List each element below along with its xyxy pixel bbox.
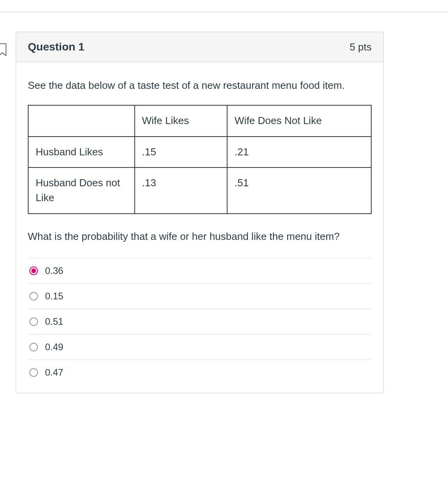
table-cell: .51 (227, 167, 371, 213)
question-text: What is the probability that a wife or h… (28, 229, 372, 244)
radio-icon[interactable] (29, 266, 38, 275)
table-row: Husband Does not Like .13 .51 (28, 167, 371, 213)
question-points: 5 pts (350, 41, 372, 53)
question-body: See the data below of a taste test of a … (16, 62, 383, 393)
question-header: Question 1 5 pts (16, 32, 383, 62)
option-label: 0.15 (45, 291, 63, 302)
option-row[interactable]: 0.51 (28, 309, 372, 334)
option-row[interactable]: 0.15 (28, 283, 372, 309)
radio-icon[interactable] (29, 292, 38, 301)
table-row: Husband Likes .15 .21 (28, 137, 371, 168)
bookmark-icon[interactable] (0, 42, 8, 58)
table-header-row: Wife Likes Wife Does Not Like (28, 105, 371, 137)
table-cell: .15 (135, 137, 228, 168)
question-card: Question 1 5 pts See the data below of a… (16, 32, 384, 393)
radio-icon[interactable] (29, 343, 38, 351)
radio-icon[interactable] (29, 368, 38, 377)
table-cell: .13 (135, 167, 228, 213)
option-row[interactable]: 0.47 (28, 360, 372, 385)
option-label: 0.36 (45, 265, 63, 276)
option-label: 0.49 (45, 342, 63, 353)
option-label: 0.47 (45, 367, 63, 378)
table-header-cell: Wife Likes (135, 105, 228, 137)
table-cell: .21 (227, 137, 371, 168)
data-table: Wife Likes Wife Does Not Like Husband Li… (28, 105, 372, 214)
table-cell: Husband Does not Like (28, 167, 135, 213)
option-row[interactable]: 0.49 (28, 334, 372, 360)
options-list: 0.36 0.15 0.51 0.49 0.47 (28, 258, 372, 385)
table-header-cell (28, 105, 135, 137)
option-row[interactable]: 0.36 (28, 258, 372, 283)
question-title: Question 1 (28, 41, 85, 53)
question-container: Question 1 5 pts See the data below of a… (0, 12, 448, 393)
option-label: 0.51 (45, 316, 63, 327)
prompt-text: See the data below of a taste test of a … (28, 78, 372, 93)
table-cell: Husband Likes (28, 137, 135, 168)
table-header-cell: Wife Does Not Like (227, 105, 371, 137)
radio-icon[interactable] (29, 317, 38, 326)
